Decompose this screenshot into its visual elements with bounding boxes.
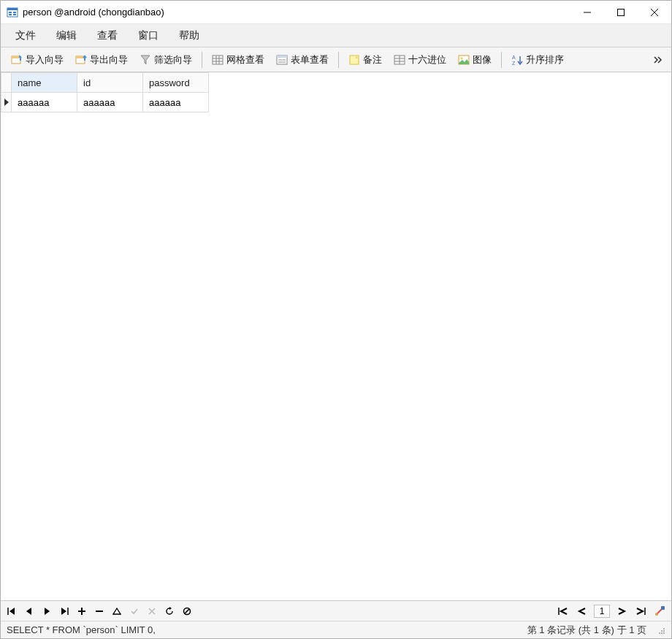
toolbar-overflow-button[interactable] bbox=[649, 53, 667, 67]
cell[interactable]: aaaaaa bbox=[143, 93, 209, 112]
row-header-gutter[interactable] bbox=[1, 73, 12, 93]
apply-button[interactable] bbox=[128, 605, 141, 618]
svg-rect-15 bbox=[213, 56, 223, 64]
table-row[interactable]: aaaaaa aaaaaa aaaaaa bbox=[1, 93, 209, 112]
note-button[interactable]: 备注 bbox=[343, 50, 388, 69]
svg-rect-1 bbox=[7, 8, 18, 10]
next-page-button[interactable] bbox=[614, 605, 629, 618]
hex-icon bbox=[394, 54, 405, 66]
note-icon bbox=[348, 54, 360, 66]
import-wizard-button[interactable]: 导入向导 bbox=[5, 50, 69, 69]
last-record-button[interactable] bbox=[58, 605, 71, 618]
svg-rect-46 bbox=[661, 606, 665, 610]
window-title: person @android (chongdianbao) bbox=[23, 7, 164, 18]
refresh-button[interactable] bbox=[163, 605, 176, 618]
toolbar-separator bbox=[202, 52, 202, 68]
settings-button[interactable] bbox=[652, 605, 667, 618]
form-view-label: 表单查看 bbox=[291, 53, 329, 66]
image-label: 图像 bbox=[473, 53, 492, 66]
cancel-button[interactable] bbox=[145, 605, 159, 618]
maximize-button[interactable] bbox=[604, 1, 638, 24]
svg-text:A: A bbox=[512, 55, 516, 60]
svg-point-50 bbox=[663, 630, 665, 632]
menu-window[interactable]: 窗口 bbox=[128, 25, 169, 47]
first-page-button[interactable] bbox=[556, 605, 570, 618]
menu-file[interactable]: 文件 bbox=[5, 25, 46, 47]
data-grid-area[interactable]: name id password aaaaaa aaaaaa aaaaaa bbox=[1, 72, 671, 600]
cell[interactable]: aaaaaa bbox=[77, 93, 143, 112]
export-icon bbox=[75, 54, 87, 66]
svg-point-51 bbox=[659, 632, 660, 634]
data-grid[interactable]: name id password aaaaaa aaaaaa aaaaaa bbox=[1, 72, 209, 112]
svg-point-47 bbox=[655, 613, 658, 616]
menubar: 文件 编辑 查看 窗口 帮助 bbox=[1, 24, 671, 47]
toolbar-separator bbox=[501, 52, 502, 68]
import-wizard-label: 导入向导 bbox=[26, 53, 64, 66]
svg-rect-2 bbox=[9, 12, 12, 13]
svg-point-52 bbox=[661, 630, 663, 632]
svg-rect-24 bbox=[350, 56, 359, 64]
image-icon bbox=[458, 54, 470, 66]
close-button[interactable] bbox=[638, 1, 671, 24]
svg-point-30 bbox=[461, 57, 463, 59]
statusbar: SELECT * FROM `person` LIMIT 0, 第 1 条记录 … bbox=[1, 621, 671, 638]
svg-rect-21 bbox=[277, 56, 287, 58]
form-icon bbox=[276, 54, 288, 66]
status-records: 第 1 条记录 (共 1 条) 于 1 页 bbox=[527, 624, 657, 637]
sort-asc-button[interactable]: AZ 升序排序 bbox=[505, 50, 570, 69]
svg-rect-23 bbox=[278, 61, 286, 63]
menu-edit[interactable]: 编辑 bbox=[46, 25, 87, 47]
menu-help[interactable]: 帮助 bbox=[169, 25, 210, 47]
add-record-button[interactable] bbox=[75, 605, 88, 618]
app-icon bbox=[7, 7, 18, 18]
grid-icon bbox=[212, 54, 224, 66]
current-row-indicator-icon bbox=[4, 99, 9, 106]
sort-asc-label: 升序排序 bbox=[526, 53, 564, 66]
row-indicator-cell[interactable] bbox=[1, 93, 12, 112]
menu-view[interactable]: 查看 bbox=[87, 25, 128, 47]
column-header[interactable]: name bbox=[12, 73, 77, 93]
note-label: 备注 bbox=[363, 53, 382, 66]
grid-view-button[interactable]: 网格查看 bbox=[206, 50, 270, 69]
delete-record-button[interactable] bbox=[93, 605, 106, 618]
prev-record-button[interactable] bbox=[23, 605, 36, 618]
toolbar-separator bbox=[338, 52, 339, 68]
svg-rect-3 bbox=[9, 14, 12, 15]
first-record-button[interactable] bbox=[5, 605, 18, 618]
grid-view-label: 网格查看 bbox=[226, 53, 264, 66]
import-icon bbox=[11, 54, 23, 66]
status-sql: SELECT * FROM `person` LIMIT 0, bbox=[7, 624, 156, 635]
svg-point-53 bbox=[663, 628, 665, 630]
svg-point-49 bbox=[661, 632, 663, 634]
form-view-button[interactable]: 表单查看 bbox=[270, 50, 335, 69]
hex-button[interactable]: 十六进位 bbox=[388, 50, 452, 69]
filter-wizard-label: 筛选向导 bbox=[154, 53, 192, 66]
record-navigator bbox=[1, 600, 671, 621]
filter-icon bbox=[140, 54, 151, 66]
svg-text:Z: Z bbox=[512, 61, 516, 66]
page-number-input[interactable] bbox=[594, 605, 610, 618]
svg-rect-22 bbox=[278, 59, 286, 61]
hex-label: 十六进位 bbox=[408, 53, 446, 66]
filter-wizard-button[interactable]: 筛选向导 bbox=[134, 50, 198, 69]
column-header[interactable]: password bbox=[143, 73, 209, 93]
export-wizard-label: 导出向导 bbox=[90, 53, 128, 66]
svg-rect-7 bbox=[618, 9, 625, 15]
image-button[interactable]: 图像 bbox=[452, 50, 497, 69]
minimize-button[interactable] bbox=[570, 1, 604, 24]
next-record-button[interactable] bbox=[40, 605, 53, 618]
toolbar: 导入向导 导出向导 筛选向导 网格查看 表单查看 备注 十六进位 bbox=[1, 47, 671, 72]
edit-record-button[interactable] bbox=[110, 605, 123, 618]
sort-asc-icon: AZ bbox=[511, 54, 523, 66]
resize-grip-icon[interactable] bbox=[657, 626, 665, 635]
svg-rect-5 bbox=[13, 14, 16, 15]
export-wizard-button[interactable]: 导出向导 bbox=[69, 50, 134, 69]
svg-rect-4 bbox=[13, 12, 16, 13]
column-header[interactable]: id bbox=[77, 73, 143, 93]
last-page-button[interactable] bbox=[633, 605, 648, 618]
stop-button[interactable] bbox=[180, 605, 194, 618]
svg-line-42 bbox=[185, 609, 189, 613]
cell[interactable]: aaaaaa bbox=[12, 93, 77, 112]
prev-page-button[interactable] bbox=[575, 605, 589, 618]
svg-point-48 bbox=[663, 632, 665, 634]
